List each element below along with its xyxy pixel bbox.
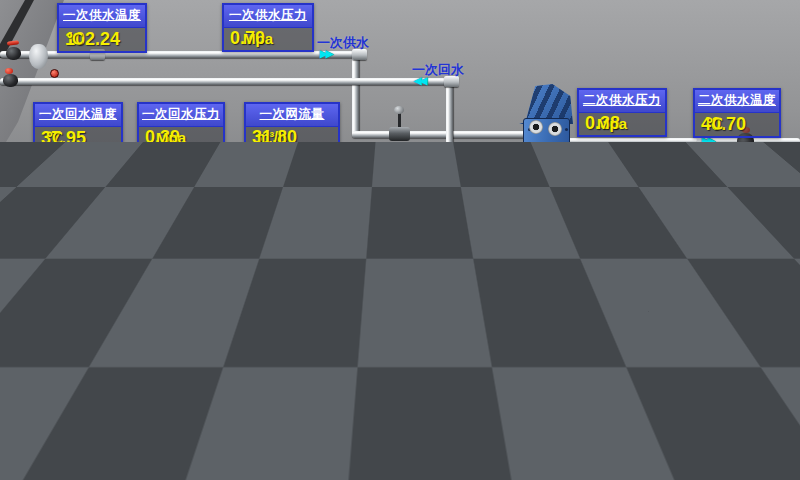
pump-base: [494, 256, 550, 282]
tag-value: 5.92%: [358, 171, 444, 193]
pump-base: [218, 440, 274, 466]
valve-secondary-return[interactable]: [778, 289, 794, 303]
pipe-label-secondary-supply: 二次供水: [702, 148, 754, 166]
valve-cap: [782, 283, 790, 289]
pipe-primary-supply-to-hx: [352, 131, 532, 138]
tag-value: 0.38Mpa: [579, 113, 665, 135]
pipe-makeup-riser-a: [412, 362, 419, 390]
tag-value: 0.39Mpa: [139, 127, 223, 149]
pipe-primary-return: [0, 78, 458, 85]
pump-status-window: [519, 199, 527, 214]
tank-leg: [16, 438, 25, 474]
tag-title: 二次回水温度: [694, 247, 778, 270]
tag-secondary-return-pressure: 二次回水压力 0.27Mpa: [577, 245, 667, 294]
pump-flange: [538, 240, 548, 252]
pump-flange: [219, 424, 229, 436]
pipe-primary-supply: [0, 51, 358, 58]
tag-value: 36.63℃: [694, 270, 778, 293]
tag-title: 补水泵频率: [280, 379, 368, 402]
tank-leg: [96, 439, 105, 475]
valve-cap: [5, 68, 13, 74]
tag-value: 40.70℃: [695, 113, 779, 136]
pump-flange: [421, 246, 431, 258]
pump-body: [437, 223, 459, 249]
pressure-gauge: [50, 69, 59, 78]
tank-panel-seam: [66, 364, 68, 440]
pump-flange: [464, 246, 474, 258]
pipe-label-primary-return: 一次回水: [412, 61, 464, 79]
valve-primary-supply[interactable]: [6, 47, 21, 60]
tag-title: 二次回水压力: [579, 247, 665, 270]
drain-valve[interactable]: [544, 311, 557, 323]
tag-makeup-pump-frequency: 补水泵频率 33.88Hz: [278, 377, 370, 426]
tag-value: 37.95℃: [35, 127, 121, 150]
pump-flange: [235, 362, 245, 374]
pump-status-window: [243, 383, 251, 398]
tag-primary-flow: 一次网流量 31.80m³/h: [244, 102, 340, 150]
tag-secondary-supply-temp: 二次供水温度 40.70℃: [693, 88, 781, 138]
pipe-primary-supply-drop: [352, 56, 359, 136]
pipe-makeup-suction-header: [174, 362, 181, 428]
tag-title: 一次网流量: [246, 104, 338, 127]
tag-title: 二次供水温度: [695, 90, 779, 113]
valve-primary-return[interactable]: [3, 74, 18, 87]
tag-primary-return-temp: 一次回水温度 37.95℃: [33, 102, 123, 152]
pipe-primary-return-riser: [446, 84, 453, 216]
tag-value: 33.88Hz: [280, 402, 368, 424]
tag-value: 102.24℃: [59, 28, 145, 51]
flow-arrow-left-icon: ◀◀: [729, 295, 740, 303]
tag-valve-opening: 阀门开度值 5.92%: [356, 146, 446, 195]
pump-status-window: [445, 205, 453, 220]
tag-value: 31.80m³/h: [246, 127, 338, 148]
tank-manhole: [16, 376, 58, 416]
tag-title: 阀门开度值: [358, 148, 444, 171]
pump-body: [251, 339, 273, 365]
tag-value: 0.70Mpa: [224, 28, 312, 50]
tag-title: 一次回水温度: [35, 104, 121, 127]
tank-leg: [56, 439, 65, 475]
flow-arrow-left-icon: ◀◀: [487, 295, 498, 303]
pipe-label-secondary-return: 二次回水: [717, 309, 769, 327]
tag-title: 一次供水温度: [59, 5, 145, 28]
hmi-heat-station-screen: ▶▶ ◀◀ ▶▶ ◀◀ ◀◀ ◀◀ ▶▶ 一次供水 一次回水 二次供水 二次回水…: [0, 0, 800, 480]
hx-port-top-right: [548, 122, 562, 136]
tag-title: 二次供水压力: [579, 90, 665, 113]
flow-arrow-right-icon: ▶▶: [580, 386, 591, 394]
tag-primary-supply-pressure: 一次供水压力 0.70Mpa: [222, 3, 314, 52]
tag-tank-level: 水箱液位高度 1.10m³: [36, 302, 122, 351]
pipe-coupling: [546, 329, 561, 340]
circulation-pump-2[interactable]: [494, 194, 554, 290]
control-valve-actuator: [394, 106, 404, 114]
pipe-makeup-upper: [174, 360, 418, 367]
tag-secondary-supply-pressure: 二次供水压力 0.38Mpa: [577, 88, 667, 137]
tag-title: 一次回水压力: [139, 104, 223, 127]
pump-flange: [495, 240, 505, 252]
tag-title: 水箱液位高度: [38, 304, 120, 327]
circulation-pump-1[interactable]: [420, 200, 480, 296]
pump-base: [420, 262, 476, 288]
control-valve[interactable]: [389, 127, 410, 141]
pipe-tank-return: [146, 331, 562, 338]
strainer-filter: [29, 44, 48, 69]
pipe-label-primary-supply: 一次供水: [317, 34, 369, 52]
makeup-pump-2[interactable]: [218, 378, 278, 474]
tag-primary-return-pressure: 一次回水压力 0.39Mpa: [137, 102, 225, 151]
tag-value: 0.27Mpa: [579, 270, 665, 292]
pipe-secondary-supply: [556, 138, 800, 145]
tag-primary-supply-temp: 一次供水温度 102.24℃: [57, 3, 147, 53]
pipe-label-makeup-water: 补水: [581, 401, 607, 419]
tag-value: 1.10m³: [38, 327, 120, 349]
pump-status-window: [259, 321, 267, 336]
pipe-coupling: [604, 385, 619, 396]
tag-secondary-return-temp: 二次回水温度 36.63℃: [692, 245, 780, 295]
tag-title: 一次供水压力: [224, 5, 312, 28]
hx-port-top-left: [529, 120, 543, 134]
tank-manhole: [76, 376, 118, 416]
pump-flange: [278, 362, 288, 374]
flow-arrow-left-icon: ◀◀: [518, 330, 529, 338]
pump-body: [511, 217, 533, 243]
pump-body: [235, 401, 257, 427]
pipe-makeup-water: [328, 387, 620, 394]
tank-leg: [124, 432, 133, 468]
pump-flange: [262, 424, 272, 436]
